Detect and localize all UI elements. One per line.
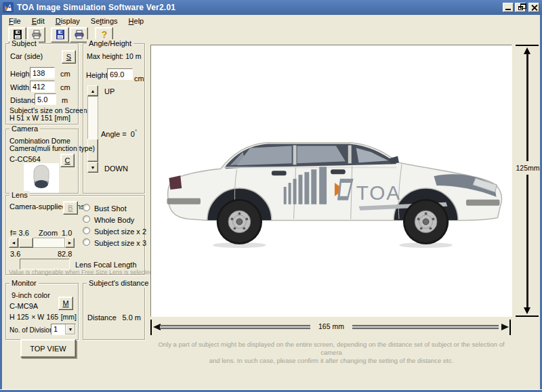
radio-subject-x2[interactable] bbox=[83, 227, 90, 234]
radio-bust-shot-label[interactable]: Bust Shot bbox=[94, 204, 127, 213]
up-label: UP bbox=[104, 87, 114, 95]
angle-label: Angle = bbox=[101, 130, 127, 138]
monitor-select-button[interactable]: M bbox=[58, 297, 73, 310]
width-dimension: 165 mm bbox=[150, 320, 512, 336]
display-area: TOA bbox=[150, 45, 512, 317]
footer-line2: and lens. In such case, please confirm i… bbox=[150, 357, 512, 365]
top-view-label: TOP VIEW bbox=[30, 345, 66, 353]
menu-edit[interactable]: Edit bbox=[26, 16, 50, 27]
width-dim-label: 165 mm bbox=[312, 322, 351, 330]
print-color-icon bbox=[74, 29, 85, 41]
monitor-size-w-value: 165 bbox=[47, 313, 59, 321]
subject-size-note2: H 51 x W 151 [mm] bbox=[9, 114, 70, 122]
subject-distance-input[interactable] bbox=[35, 93, 56, 105]
menu-display-key: D bbox=[56, 17, 61, 25]
subject-distance-panel: Subject's distance Distance 5.0 m bbox=[83, 283, 145, 340]
angle-height-legend: Angle/Height bbox=[87, 39, 133, 48]
close-button[interactable] bbox=[528, 3, 539, 12]
angle-height-panel: Angle/Height Max height: 10 m Height cm … bbox=[83, 43, 145, 194]
scroll-up-button[interactable]: ▲ bbox=[87, 85, 98, 96]
menu-edit-key: E bbox=[32, 17, 37, 25]
menu-file[interactable]: File bbox=[3, 16, 26, 27]
max-height-label: Max height: 10 m bbox=[87, 52, 142, 60]
camera-panel: Camera Combination Dome Camera(muli func… bbox=[5, 129, 79, 194]
height-dim-bottom-tick bbox=[516, 315, 539, 317]
menu-file-post: ile bbox=[14, 17, 21, 25]
radio-subject-x3[interactable] bbox=[83, 238, 90, 246]
width-dim-right-tick bbox=[509, 320, 511, 335]
scroll-left-button[interactable]: ◄ bbox=[9, 238, 18, 248]
subject-height-unit: cm bbox=[60, 70, 70, 78]
monitor-size-row: H 125 × W 165 [mm] bbox=[9, 313, 77, 321]
menu-settings-pre: Se bbox=[91, 17, 100, 25]
width-dim-line-right bbox=[352, 325, 499, 329]
zoom-scrollbar[interactable]: ◄ ► bbox=[9, 238, 75, 248]
radio-subject-x3-label[interactable]: Subject size x 3 bbox=[94, 239, 146, 247]
lens-note: Value is changeable when Free Size Lens … bbox=[9, 268, 154, 276]
camera-model: C-CC564 bbox=[9, 155, 41, 163]
radio-whole-body-label[interactable]: Whole Body bbox=[94, 216, 134, 224]
restore-icon bbox=[518, 6, 523, 10]
subject-width-input[interactable] bbox=[30, 81, 55, 92]
dome-camera-image bbox=[24, 163, 59, 193]
monitor-size-w-label: × W bbox=[31, 313, 44, 321]
radio-whole-body[interactable] bbox=[83, 215, 90, 223]
subject-distance-row-label: Distance bbox=[87, 313, 117, 322]
scroll-right-button[interactable]: ► bbox=[65, 238, 75, 248]
menu-help-key: H bbox=[129, 17, 134, 25]
divisions-combobox[interactable]: 1 ▼ bbox=[51, 324, 76, 335]
window-title: TOA Image Simulation Software Ver2.01 bbox=[17, 3, 501, 12]
monitor-panel: Monitor 9-inch color C-MC9A M H 125 × W … bbox=[5, 283, 79, 340]
left-arrow-icon: ◄ bbox=[12, 240, 16, 245]
menu-file-key: F bbox=[9, 17, 14, 25]
save-color-icon bbox=[55, 29, 66, 41]
monitor-model: C-MC9A bbox=[9, 302, 38, 310]
width-dim-left-tick bbox=[150, 320, 152, 335]
lens-select-label: B bbox=[68, 204, 72, 212]
menu-edit-post: dit bbox=[37, 17, 45, 25]
subject-height-input[interactable] bbox=[30, 67, 55, 79]
divisions-dropdown-button[interactable]: ▼ bbox=[65, 324, 75, 334]
subject-width-unit: cm bbox=[60, 83, 70, 91]
radio-subject-x2-label[interactable]: Subject size x 2 bbox=[94, 227, 146, 236]
subject-distance-row-value: 5.0 m bbox=[122, 313, 141, 322]
radio-bust-shot[interactable] bbox=[83, 204, 90, 211]
height-dim-line-top bbox=[526, 53, 528, 161]
menu-display[interactable]: Display bbox=[50, 16, 85, 27]
height-scrollbar[interactable]: ▲ ▼ bbox=[87, 85, 98, 173]
camera-select-button[interactable]: C bbox=[60, 154, 75, 167]
minimize-button[interactable] bbox=[503, 3, 514, 12]
camera-desc-line2: Camera(muli function type) bbox=[9, 144, 95, 152]
monitor-size-unit: [mm] bbox=[61, 313, 77, 321]
lens-legend: Lens bbox=[9, 191, 30, 200]
top-view-button[interactable]: TOP VIEW bbox=[20, 339, 76, 357]
subject-select-button[interactable]: S bbox=[62, 50, 76, 64]
focal-f-label: f= 3.6 bbox=[10, 229, 29, 237]
height-dimension: 125mm bbox=[514, 45, 542, 318]
menu-help[interactable]: Help bbox=[123, 16, 150, 27]
width-dim-right-arrow-icon bbox=[501, 324, 509, 330]
menu-settings-post: tings bbox=[102, 17, 117, 25]
zoom-scroll-thumb[interactable] bbox=[19, 238, 33, 248]
subject-select-label: S bbox=[66, 53, 71, 61]
restore-button[interactable] bbox=[515, 3, 526, 12]
subject-legend: Subject bbox=[9, 39, 39, 48]
height-dim-label: 125mm bbox=[514, 164, 542, 172]
camera-legend: Camera bbox=[9, 125, 40, 133]
height-dim-top-tick bbox=[516, 45, 539, 46]
up-arrow-icon: ▲ bbox=[91, 89, 96, 93]
toolbar-save-color-button[interactable] bbox=[51, 27, 69, 43]
lens-select-button[interactable]: B bbox=[63, 201, 78, 215]
menu-settings[interactable]: Settings bbox=[85, 16, 123, 27]
svg-text:?: ? bbox=[101, 29, 107, 40]
scroll-down-button[interactable]: ▼ bbox=[87, 162, 98, 173]
toolbar-print-color-button[interactable] bbox=[70, 27, 88, 43]
divisions-value[interactable]: 1 bbox=[51, 324, 65, 334]
camera-height-input[interactable] bbox=[107, 68, 133, 80]
monitor-select-label: M bbox=[62, 299, 68, 307]
minimize-icon bbox=[505, 9, 511, 10]
divisions-label: No. of Divisions bbox=[9, 326, 56, 334]
dropdown-arrow-icon: ▼ bbox=[68, 327, 73, 332]
lens-panel: Lens Camera-supplied Lens B Bust Shot Wh… bbox=[5, 195, 145, 275]
menu-display-post: isplay bbox=[61, 17, 80, 25]
